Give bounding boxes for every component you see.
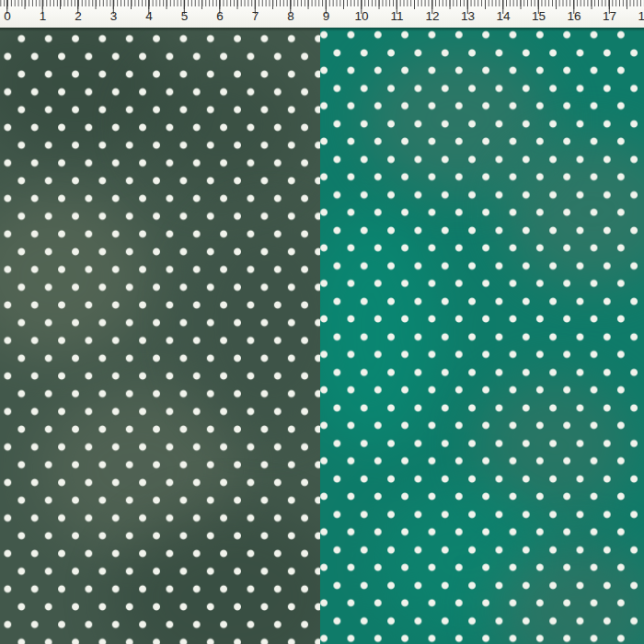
ruler: 0123456789101112131415161718 [0,0,644,29]
fabric-left-colorway [0,28,320,644]
ruler-number: 9 [323,10,330,23]
fabric-right-colorway [320,28,644,644]
ruler-number: 7 [252,10,259,23]
ruler-number: 13 [461,10,475,23]
ruler-shadow [0,28,644,31]
ruler-number: 16 [567,10,581,23]
polka-dot-pattern-left [0,28,320,644]
ruler-number: 14 [496,10,510,23]
ruler-number: 4 [145,10,153,23]
ruler-number: 5 [181,10,189,23]
polka-dot-pattern-right [320,28,644,644]
ruler-number: 10 [354,10,368,23]
ruler-number: 12 [425,10,439,23]
ruler-number: 1 [40,10,47,23]
ruler-number: 11 [390,10,403,23]
ruler-number: 6 [216,10,224,23]
ruler-number: 0 [4,10,11,23]
fabric [0,28,644,644]
ruler-number: 8 [287,10,294,23]
ruler-number: 3 [110,10,118,23]
fabric-swatch-photo: 0123456789101112131415161718 [0,0,644,644]
ruler-number: 18 [638,10,644,23]
ruler-number: 15 [532,10,546,23]
ruler-number: 2 [75,10,82,23]
ruler-number: 17 [603,10,616,23]
